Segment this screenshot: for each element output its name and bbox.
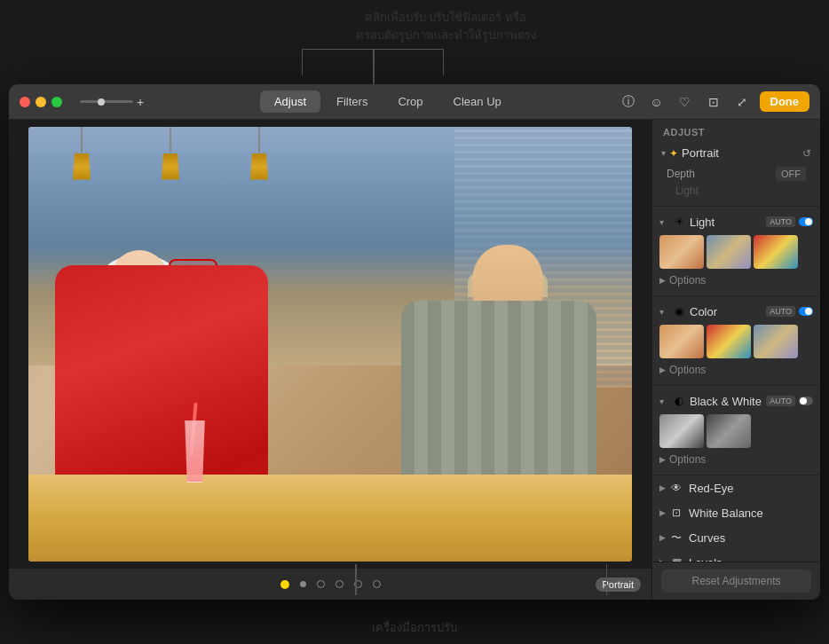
portrait-header[interactable]: ▾ ✦ Portrait ↺ <box>661 146 811 160</box>
bottom-annotation-label: เครื่องมือการปรับ <box>372 621 457 634</box>
curves-chevron-icon: ▶ <box>659 533 666 542</box>
bw-thumb-2[interactable] <box>707 414 751 448</box>
tooltip-area: คลิกเพื่อปรับ ปรับใช้ฟิลเตอร์ หรือ ครอบต… <box>222 9 669 43</box>
bw-thumb-strip <box>652 411 820 452</box>
color-thumb-strip <box>652 321 820 362</box>
pendant-shade-1 <box>73 153 91 180</box>
tab-filters[interactable]: Filters <box>322 90 382 113</box>
bw-icon: ◐ <box>672 394 686 408</box>
bw-toggle[interactable] <box>799 397 813 405</box>
heart-icon[interactable]: ♡ <box>675 91 696 113</box>
list-item-white-balance[interactable]: ▶ ⊡ White Balance <box>652 500 820 525</box>
reset-adjustments-button[interactable]: Reset Adjustments <box>661 569 811 593</box>
color-options-chevron-icon: ▶ <box>659 365 666 374</box>
panel-scroll[interactable]: ▾ ✦ Portrait ↺ Depth OFF Light ▾ ☀ <box>652 141 820 562</box>
pendant-wire-2 <box>170 127 171 153</box>
slider-track <box>80 100 133 103</box>
photo-image <box>28 127 632 562</box>
light-options[interactable]: ▶ Options <box>652 272 820 290</box>
bw-auto-badge[interactable]: AUTO <box>766 396 795 406</box>
portrait-chevron-icon: ▾ <box>661 148 666 158</box>
slider-area: + <box>80 95 144 109</box>
traffic-lights <box>20 97 62 107</box>
color-thumb-2[interactable] <box>707 325 751 358</box>
portrait-reset-icon[interactable]: ↺ <box>802 147 811 160</box>
pendant-shade-2 <box>162 153 179 180</box>
dot-ring-4[interactable] <box>373 580 381 588</box>
light-title: Light <box>690 216 766 229</box>
color-toggle[interactable] <box>799 307 813 316</box>
dot-ring-1[interactable] <box>317 580 325 588</box>
list-item-red-eye[interactable]: ▶ 👁 Red-Eye <box>652 475 820 500</box>
crop-icon[interactable]: ⊡ <box>703 91 724 113</box>
curves-icon: 〜 <box>669 530 683 545</box>
panel-header: ADJUST <box>652 120 820 141</box>
list-item-curves[interactable]: ▶ 〜 Curves <box>652 525 820 550</box>
light-icon: ☀ <box>672 215 686 229</box>
bottom-annotation: เครื่องมือการปรับ <box>0 618 829 637</box>
color-thumb-3[interactable] <box>754 325 798 358</box>
main-window: + Adjust Filters Crop Clean Up ⓘ ☺ ♡ ⊡ ⤢… <box>9 84 820 600</box>
dot-1[interactable] <box>300 581 306 587</box>
tab-cleanup[interactable]: Clean Up <box>439 90 516 113</box>
pendant-wire-1 <box>81 127 83 153</box>
bw-thumb-1[interactable] <box>659 414 704 448</box>
milkshake <box>179 403 210 483</box>
milkshake-glass <box>184 420 206 483</box>
bw-title: Black & White <box>690 395 766 408</box>
content-area: Portrait ADJUST ▾ ✦ Portrait ↺ Depth OF <box>9 120 820 600</box>
portrait-icon: ✦ <box>669 147 678 160</box>
light-auto-badge[interactable]: AUTO <box>766 216 795 227</box>
dot-active[interactable] <box>280 580 289 589</box>
photo-area: Portrait <box>9 120 651 600</box>
bottom-annotation-line-right <box>606 564 608 595</box>
section-light: ▾ ☀ Light AUTO ▶ Options <box>652 207 820 296</box>
pendant-wire-3 <box>258 127 260 153</box>
red-eye-icon: 👁 <box>669 481 683 495</box>
red-eye-label: Red-Eye <box>689 482 813 495</box>
color-auto-badge[interactable]: AUTO <box>766 306 795 317</box>
tooltip-line <box>373 49 375 86</box>
light-toggle[interactable] <box>799 217 813 226</box>
share-icon[interactable]: ☺ <box>646 91 667 113</box>
wb-chevron-icon: ▶ <box>659 508 666 517</box>
red-eye-chevron-icon: ▶ <box>659 483 666 492</box>
maximize-button[interactable] <box>51 97 62 107</box>
list-item-levels[interactable]: ▶ ▦ Levels <box>652 550 820 562</box>
section-light-header[interactable]: ▾ ☀ Light AUTO <box>652 212 820 232</box>
depth-row: Depth OFF <box>661 165 811 183</box>
depth-label: Depth <box>667 168 776 180</box>
table-surface <box>28 475 632 562</box>
tab-crop[interactable]: Crop <box>383 90 437 113</box>
tab-adjust[interactable]: Adjust <box>260 90 320 113</box>
color-thumb-1[interactable] <box>659 325 704 358</box>
minimize-button[interactable] <box>36 97 46 107</box>
light-thumb-2[interactable] <box>707 235 751 269</box>
info-icon[interactable]: ⓘ <box>618 91 639 113</box>
dot-ring-2[interactable] <box>336 580 343 588</box>
color-title: Color <box>690 305 766 318</box>
pendant-1 <box>73 127 91 180</box>
bw-options[interactable]: ▶ Options <box>652 452 820 469</box>
light-thumb-3[interactable] <box>754 235 798 269</box>
section-bw-header[interactable]: ▾ ◐ Black & White AUTO <box>652 391 820 411</box>
done-button[interactable]: Done <box>760 91 810 112</box>
titlebar: + Adjust Filters Crop Clean Up ⓘ ☺ ♡ ⊡ ⤢… <box>9 84 820 120</box>
titlebar-right: ⓘ ☺ ♡ ⊡ ⤢ Done <box>618 91 810 113</box>
depth-value[interactable]: OFF <box>776 167 806 181</box>
section-bw: ▾ ◐ Black & White AUTO ▶ Options <box>652 386 820 475</box>
light-thumb-1[interactable] <box>659 235 704 269</box>
curves-label: Curves <box>689 531 813 545</box>
tooltip-line2: ครอบตัดรูปภาพและทำให้รูปภาพตรง <box>222 27 669 44</box>
color-chevron-icon: ▾ <box>659 307 668 317</box>
section-color-header[interactable]: ▾ ◉ Color AUTO <box>652 302 820 321</box>
rotate-icon[interactable]: ⤢ <box>731 91 753 113</box>
close-button[interactable] <box>20 97 30 107</box>
slider-thumb <box>98 98 105 106</box>
wb-icon: ⊡ <box>669 506 683 520</box>
bottom-annotation-line-left <box>355 564 357 595</box>
color-options[interactable]: ▶ Options <box>652 362 820 380</box>
portrait-section: ▾ ✦ Portrait ↺ Depth OFF Light <box>652 141 820 207</box>
light-sublabel: Light <box>661 183 811 200</box>
tooltip-line1: คลิกเพื่อปรับ ปรับใช้ฟิลเตอร์ หรือ <box>222 9 669 27</box>
